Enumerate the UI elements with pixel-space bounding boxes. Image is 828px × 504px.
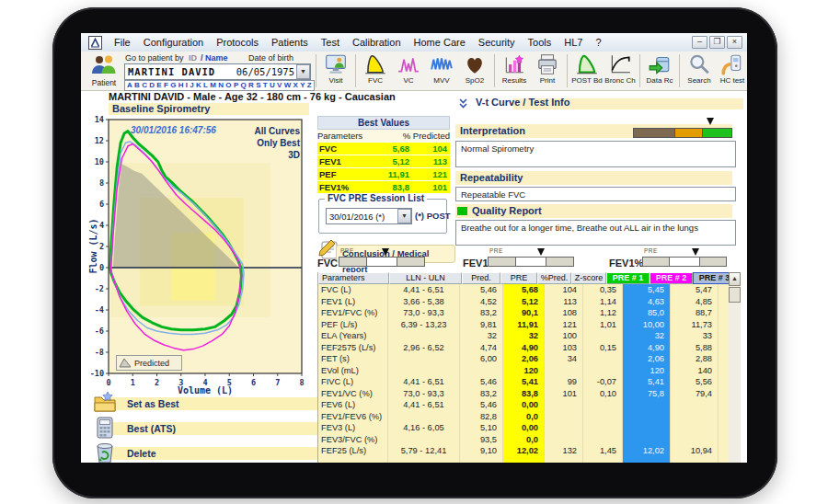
alphabet-letter-o[interactable]: O [225,81,231,90]
repeatability-box[interactable]: Repeatable FVC [455,187,736,201]
scrollbar-thumb[interactable] [729,287,741,303]
alphabet-letter-n[interactable]: N [218,81,224,90]
column-header-parameters[interactable]: Parameters [318,272,389,284]
session-dropdown-icon[interactable]: ▼ [397,209,411,223]
column-header--pred-[interactable]: %Pred. [537,272,571,284]
close-icon[interactable]: × [727,36,742,49]
menu-item-calibration[interactable]: Calibration [346,37,408,48]
alphabet-letter-y[interactable]: Y [300,81,305,90]
menu-item-tools[interactable]: Tools [522,37,558,48]
menu-item-protocols[interactable]: Protocols [210,37,265,48]
table-row[interactable]: FEV1 (L)3,66 - 5,384,525,121131,144,634,… [318,296,729,308]
table-row[interactable]: FEV1/FEV6 (%)82,80,0 [318,411,729,423]
toolbar-button-hc-test[interactable]: HC test [716,52,747,85]
alphabet-letter-m[interactable]: M [210,81,216,90]
restore-icon[interactable]: ❐ [709,36,725,49]
column-header-pre-1[interactable]: PRE # 1 [606,272,650,284]
table-row[interactable]: FEF2575 (L/s)2,96 - 6,524,744,901030,154… [318,342,729,354]
menu-item-security[interactable]: Security [472,37,522,48]
table-scrollbar[interactable]: ▲ [729,272,741,463]
toolbar-button-fvc[interactable]: FVC [359,52,392,85]
menu-item-patients[interactable]: Patients [265,37,315,48]
toolbar-button-results[interactable]: Results [498,52,531,85]
alphabet-letter-d[interactable]: D [149,81,155,90]
action-button-best-ats-[interactable]: Best (ATS) [106,422,339,435]
table-row[interactable]: FEF25 (L/s)5,79 - 12,419,1012,021321,451… [318,445,729,457]
action-button-set-as-best[interactable]: Set as Best [106,397,339,410]
toolbar-button-visit[interactable]: Visit [319,52,352,85]
menu-item-configuration[interactable]: Configuration [137,37,210,48]
toolbar-button-search[interactable]: Search [683,52,716,85]
alphabet-letter-j[interactable]: J [190,81,193,90]
column-header-pre[interactable]: PRE [500,272,537,284]
menu-item--[interactable]: ? [589,37,607,48]
table-row[interactable]: FET (s)6,002,06342,062,882,78 [318,353,729,365]
table-row[interactable]: FVC (L)4,41 - 6,515,465,681040,355,455,4… [318,284,729,296]
column-header-pre-2[interactable]: PRE # 2 [650,272,693,284]
column-header-lln-uln[interactable]: LLN - ULN [389,272,462,284]
column-header-pre-3[interactable]: PRE # 3 [693,272,729,284]
table-row[interactable]: FEV3/FVC (%)93,50,0 [318,434,729,446]
session-dropdown[interactable]: 30/01/2016 (*) ▼ [326,208,412,224]
view-option-only-best[interactable]: Only Best [255,137,300,149]
patient-button[interactable]: Patient [88,54,120,87]
alphabet-letter-a[interactable]: A [127,81,132,90]
alphabet-letter-w[interactable]: W [284,81,292,90]
menu-item-hl7[interactable]: HL7 [558,37,589,48]
vt-curve-title[interactable]: V-t Curve / Test Info [476,97,569,108]
gauge-bar-fvc [339,257,425,267]
view-option-3d[interactable]: 3D [255,149,300,161]
alphabet-letter-b[interactable]: B [134,81,140,90]
table-row[interactable]: FEV6 (L)4,41 - 6,515,460,00 [318,399,729,411]
id-label[interactable]: ID [189,53,197,63]
toolbar-button-vc[interactable]: VC [392,52,425,85]
name-label[interactable]: / Name [201,53,228,63]
table-row[interactable]: FEV1/VC (%)73,0 - 93,383,283,81010,1075,… [318,388,729,400]
alphabet-letter-s[interactable]: S [256,81,260,90]
alphabet-letter-l[interactable]: L [203,81,208,90]
menu-item-home-care[interactable]: Home Care [408,37,472,48]
toolbar-button-print[interactable]: Print [531,52,564,85]
alphabet-letter-p[interactable]: P [234,81,238,90]
toolbar-button-bronc-ch[interactable]: Bronc Ch [604,52,637,85]
alphabet-letter-q[interactable]: Q [241,81,247,90]
menu-item-file[interactable]: File [108,37,137,48]
dob-input[interactable]: 06/05/1975 [236,66,296,77]
table-row[interactable]: ELA (Years)3232100323333 [318,330,729,342]
action-button-delete[interactable]: Delete [106,447,339,460]
toolbar-button-data-rc[interactable]: Data Rc [643,52,676,85]
alphabet-letter-g[interactable]: G [170,81,176,90]
table-row[interactable] [318,457,729,464]
alphabet-letter-i[interactable]: I [186,81,188,90]
chevron-down-icon[interactable] [457,97,469,111]
alphabet-letter-x[interactable]: X [293,81,298,90]
alphabet-letter-c[interactable]: C [142,81,147,90]
menu-item-test[interactable]: Test [315,37,346,48]
alphabet-letter-e[interactable]: E [156,81,161,90]
table-row[interactable]: FEV3 (L)4,16 - 6,055,100,00 [318,422,729,434]
table-row[interactable]: PEF (L/s)6,39 - 13,239,8111,911211,0110,… [318,319,729,331]
table-row[interactable]: EVol (mL)120120140160 [318,365,729,377]
column-header-pred-[interactable]: Pred. [462,272,500,284]
alphabet-letter-v[interactable]: V [277,81,282,90]
alphabet-letter-t[interactable]: T [263,81,268,90]
scroll-up-icon[interactable]: ▲ [729,272,741,286]
dob-dropdown-icon[interactable]: ▼ [296,64,310,79]
toolbar-button-spo2[interactable]: SpO2 [458,52,491,85]
patient-name-input[interactable]: MARTINI DAVID [125,66,236,77]
alphabet-letter-r[interactable]: R [248,81,254,90]
alphabet-letter-k[interactable]: K [196,81,201,90]
table-row[interactable]: FEV1/FVC (%)73,0 - 93,383,290,11081,1285… [318,307,729,319]
view-option-all-curves[interactable]: All Curves [255,125,300,137]
alphabet-letter-z[interactable]: Z [307,81,312,90]
alphabet-letter-u[interactable]: U [270,81,275,90]
table-row[interactable]: FIVC (L)4,41 - 6,515,465,4199-0,075,415,… [318,376,729,388]
quality-report-box[interactable]: Breathe out for a longer time, Breathe o… [455,220,736,246]
column-header-z-score[interactable]: Z-score [571,272,606,284]
toolbar-button-mvv[interactable]: MVV [425,52,458,85]
alphabet-letter-f[interactable]: F [164,81,168,90]
toolbar-button-post-bd[interactable]: POST Bd [570,52,604,85]
minimize-icon[interactable]: – [692,36,707,49]
alphabet-letter-h[interactable]: H [178,81,184,90]
interpretation-box[interactable]: Normal Spirometry [455,141,736,167]
